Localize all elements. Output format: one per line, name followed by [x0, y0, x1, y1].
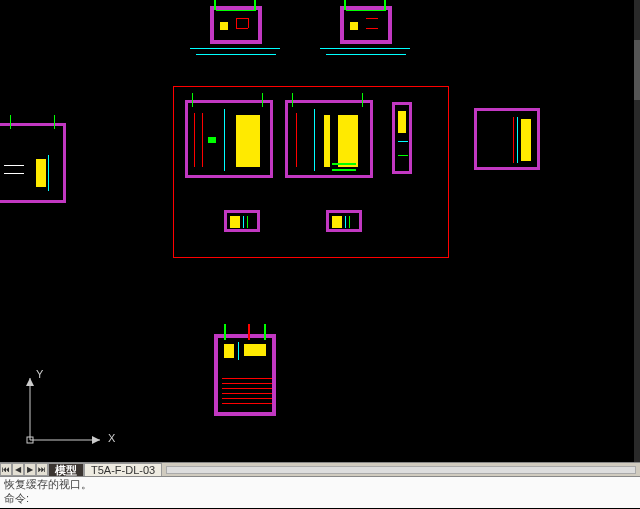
svg-marker-3 [26, 378, 34, 386]
tab-layout-1[interactable]: T5A-F-DL-03 [84, 463, 162, 476]
tab-scroll-track[interactable] [166, 466, 636, 474]
plan-room-bottom [214, 334, 276, 416]
ucs-x-label: X [108, 432, 115, 444]
vertical-scrollbar-thumb[interactable] [634, 40, 640, 100]
plan-room-isolated [474, 108, 540, 170]
svg-rect-4 [27, 437, 33, 443]
ucs-y-label: Y [36, 368, 43, 380]
command-history-line: 恢复缓存的视口。 [4, 477, 636, 491]
tab-nav-first[interactable]: ⏮ [0, 463, 12, 476]
plan-detail-small-1 [224, 210, 260, 232]
vertical-scrollbar[interactable] [634, 0, 640, 462]
elevation-block-1 [190, 0, 280, 60]
layout-tabs-bar: ⏮ ◀ ▶ ⏭ 模型 T5A-F-DL-03 [0, 462, 640, 476]
command-prompt-label: 命令: [4, 491, 29, 505]
command-area: 恢复缓存的视口。 命令: [0, 476, 640, 508]
plan-left-partial [0, 115, 70, 215]
command-input[interactable] [29, 492, 636, 505]
drawing-canvas[interactable]: X Y [0, 0, 640, 462]
tab-nav-last[interactable]: ⏭ [36, 463, 48, 476]
app-root: { "tabs": { "nav_first": "⏮", "nav_prev"… [0, 0, 640, 509]
tab-nav-prev[interactable]: ◀ [12, 463, 24, 476]
plan-room-a [185, 100, 273, 178]
plan-room-b [285, 100, 373, 178]
ucs-icon: X Y [20, 370, 110, 450]
plan-detail-tall [392, 102, 412, 174]
tab-model[interactable]: 模型 [48, 463, 84, 476]
tab-nav-next[interactable]: ▶ [24, 463, 36, 476]
plan-detail-small-2 [326, 210, 362, 232]
elevation-block-2 [320, 0, 410, 60]
svg-marker-1 [92, 436, 100, 444]
